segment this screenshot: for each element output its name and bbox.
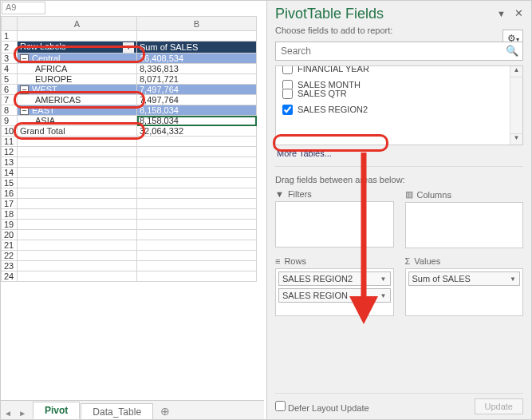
cell-value[interactable] [137,220,257,230]
cell-label[interactable] [18,240,137,251]
cell-label[interactable] [18,178,137,188]
chevron-down-icon[interactable]: ▼ [380,275,387,283]
table-row[interactable]: 17 [2,199,257,209]
cell-value[interactable] [137,240,257,251]
cell-value[interactable]: 7,497,764 [137,85,257,95]
row-header[interactable]: 17 [2,199,18,209]
columns-dropzone[interactable] [405,202,524,248]
add-sheet-button[interactable]: ⊕ [154,402,176,420]
table-row[interactable]: 16 [2,188,257,199]
cell-value[interactable] [137,137,257,147]
table-row[interactable]: 24 [2,271,257,282]
row-header[interactable]: 11 [2,137,18,147]
table-row[interactable]: 5EUROPE8,071,721 [2,74,257,85]
field-checkbox[interactable] [282,105,293,115]
cell-label[interactable] [18,251,137,261]
table-row[interactable]: 15 [2,178,257,188]
cell-value[interactable] [137,230,257,240]
table-row[interactable]: 20 [2,230,257,240]
filters-dropzone[interactable] [275,201,394,248]
cell-label[interactable]: AFRICA [18,64,137,74]
close-icon[interactable]: ✕ [514,7,523,19]
cell-label[interactable] [18,147,137,157]
cell-value[interactable] [137,199,257,209]
cell-label[interactable] [18,271,137,282]
values-dropzone[interactable]: Sum of SALES▼ [405,268,524,316]
chevron-down-icon[interactable]: ▼ [380,292,387,299]
scroll-up-icon[interactable]: ▲ [510,66,522,77]
cell-value[interactable]: 32,064,332 [137,126,257,137]
row-header[interactable]: 20 [2,230,18,240]
cell-label[interactable]: EUROPE [18,74,137,85]
field-list-item[interactable]: SALES REGION2 [278,101,521,117]
row-header[interactable]: 22 [2,251,18,261]
row-header[interactable]: 23 [2,261,18,271]
select-all-corner[interactable] [2,17,18,31]
tab-nav-arrows[interactable]: ◄ ► [4,409,26,418]
row-header[interactable]: 5 [2,74,18,85]
rows-dropzone[interactable]: SALES REGION2▼SALES REGION▼ [275,268,394,316]
row-header[interactable]: 8 [2,105,18,116]
row-header[interactable]: 1 [2,31,18,42]
cell-label[interactable] [18,168,137,178]
field-list-item[interactable]: FINANCIAL YEAR [278,65,521,77]
sheet-tab-pivot[interactable]: Pivot [33,402,80,420]
row-header[interactable]: 21 [2,240,18,251]
area-field-pill[interactable]: Sum of SALES▼ [408,271,521,286]
row-header[interactable]: 14 [2,168,18,178]
cell-value[interactable]: 8,158,034 [137,105,257,116]
cell-value[interactable]: 8,158,034 [137,116,257,126]
row-header[interactable]: 12 [2,147,18,157]
table-row[interactable]: 23 [2,261,257,271]
cell-value[interactable] [137,209,257,220]
table-row[interactable]: 1 [2,31,257,42]
cell-label[interactable] [18,199,137,209]
cell-label[interactable] [18,188,137,199]
cell-value[interactable]: 16,408,534 [137,53,257,64]
row-header[interactable]: 13 [2,157,18,168]
cell-label[interactable] [18,157,137,168]
cell-label[interactable] [18,209,137,220]
cell-value[interactable] [137,271,257,282]
cell-value[interactable]: 8,336,813 [137,64,257,74]
row-header[interactable]: 4 [2,64,18,74]
field-checkbox[interactable] [282,89,293,99]
defer-layout-checkbox[interactable]: Defer Layout Update [275,401,369,413]
table-row[interactable]: 19 [2,220,257,230]
cell-value[interactable] [137,188,257,199]
update-button[interactable]: Update [475,398,523,414]
row-header[interactable]: 18 [2,209,18,220]
name-box[interactable]: A9 [2,2,45,14]
area-field-pill[interactable]: SALES REGION2▼ [278,271,391,286]
cell-value[interactable] [137,31,257,42]
cell-value[interactable] [137,251,257,261]
column-header-B[interactable]: B [137,17,257,31]
scrollbar[interactable]: ▲ ▼ [510,66,522,145]
table-row[interactable]: 13 [2,157,257,168]
row-header[interactable]: 24 [2,271,18,282]
cell-value[interactable] [137,147,257,157]
row-header[interactable]: 19 [2,220,18,230]
table-row[interactable]: 18 [2,209,257,220]
sum-header[interactable]: Sum of SALES [137,42,257,53]
pane-dropdown-icon[interactable]: ▼ [497,9,506,18]
area-field-pill[interactable]: SALES REGION▼ [278,288,391,303]
cell-label[interactable] [18,230,137,240]
cell-value[interactable] [137,178,257,188]
cell-label[interactable] [18,261,137,271]
table-row[interactable]: 22 [2,251,257,261]
cell-label[interactable] [18,220,137,230]
row-header[interactable]: 16 [2,188,18,199]
search-input[interactable] [275,42,523,61]
cell-value[interactable]: 7,497,764 [137,95,257,105]
table-row[interactable]: 21 [2,240,257,251]
field-checkbox[interactable] [282,65,293,74]
chevron-down-icon[interactable]: ▼ [510,275,516,283]
cell-label[interactable] [18,31,137,42]
table-row[interactable]: 14 [2,168,257,178]
sheet-tab-data-table[interactable]: Data_Table [81,403,153,420]
field-list[interactable]: FINANCIAL YEAR SALES MONTH SALES QTR SAL… [275,65,523,145]
table-row[interactable]: 12 [2,147,257,157]
cell-value[interactable] [137,168,257,178]
table-row[interactable]: 4AFRICA8,336,813 [2,64,257,74]
